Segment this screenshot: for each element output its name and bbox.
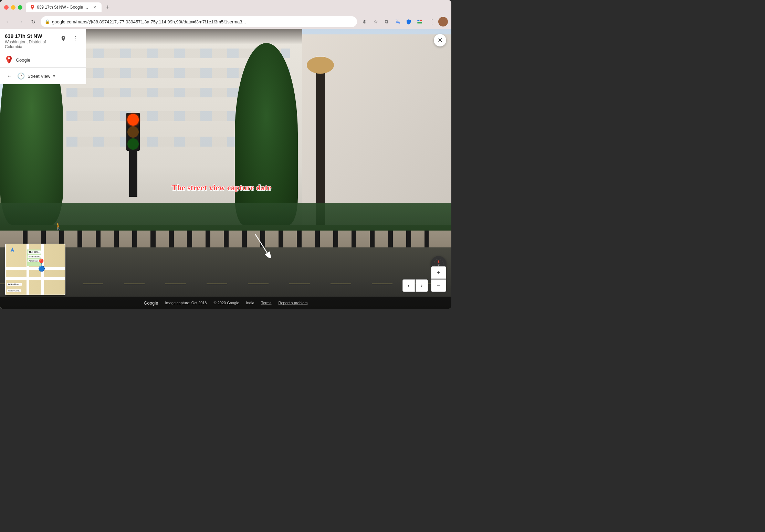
svg-rect-3 bbox=[417, 22, 422, 23]
add-to-reading-list-button[interactable]: ⊕ bbox=[360, 17, 369, 26]
forward-button[interactable]: → bbox=[16, 17, 25, 26]
bitwarden-icon bbox=[406, 19, 411, 24]
mini-map-compass-triangle bbox=[9, 247, 16, 254]
lock-icon: 🔒 bbox=[45, 19, 50, 24]
tab-title: 639 17th St NW - Google Maps bbox=[37, 5, 90, 10]
mini-map-person-icon: 🔵 bbox=[38, 265, 45, 272]
panel-google-row: Google bbox=[0, 52, 86, 68]
translate-button[interactable] bbox=[393, 17, 402, 26]
new-tab-button[interactable]: + bbox=[103, 2, 113, 12]
zoom-in-button[interactable]: + bbox=[431, 266, 446, 279]
prev-panorama-button[interactable]: ‹ bbox=[402, 279, 415, 292]
translate-icon bbox=[395, 19, 400, 24]
panel-more-button[interactable]: ⋮ bbox=[70, 33, 81, 44]
mini-map-footer-1: White Hous... bbox=[7, 283, 22, 286]
google-maps-svg-icon bbox=[5, 56, 13, 64]
bottom-info-bar: Google Image capture: Oct 2018 © 2020 Go… bbox=[0, 297, 451, 309]
mini-map-road-horizontal bbox=[6, 267, 65, 270]
right-building bbox=[280, 34, 451, 225]
tab-groups-button[interactable] bbox=[415, 17, 425, 26]
svg-marker-7 bbox=[10, 247, 14, 252]
mini-map-background: The Whi... Iconic hom... America's 📍 🔵 W… bbox=[6, 244, 65, 295]
navigation-arrows: ‹ › bbox=[402, 279, 428, 292]
mini-map-road-horizontal-2 bbox=[6, 277, 65, 280]
close-window-button[interactable] bbox=[4, 5, 9, 10]
tabs-bar: 639 17th St NW - Google Maps × + bbox=[26, 2, 113, 12]
panel-back-button[interactable]: ← bbox=[5, 71, 14, 81]
panel-pin-button[interactable] bbox=[58, 33, 69, 44]
minimize-window-button[interactable] bbox=[11, 5, 15, 10]
street-view-dropdown-icon[interactable]: ▾ bbox=[53, 74, 55, 78]
zoom-out-button[interactable]: − bbox=[431, 279, 446, 292]
street-view-container: 🚶 The street view capture date 639 17th bbox=[0, 29, 451, 309]
next-panorama-button[interactable]: › bbox=[416, 279, 428, 292]
tab-close-button[interactable]: × bbox=[92, 4, 97, 10]
browser-extensions: ⋮ bbox=[427, 17, 448, 26]
hedge-fence bbox=[0, 203, 451, 231]
menu-button[interactable]: ⋮ bbox=[427, 17, 437, 26]
terms-link[interactable]: Terms bbox=[261, 301, 272, 305]
mini-map-label-1: The Whi... bbox=[28, 251, 41, 254]
panel-action-icons: ⋮ bbox=[58, 33, 81, 44]
active-tab[interactable]: 639 17th St NW - Google Maps × bbox=[26, 2, 102, 12]
copy-url-button[interactable]: ⧉ bbox=[382, 17, 391, 26]
lamp-post-1 bbox=[316, 57, 325, 225]
extensions-button[interactable] bbox=[404, 17, 413, 26]
svg-point-0 bbox=[32, 6, 33, 7]
url-text: google.com/maps/@38.8974217,-77.0394571,… bbox=[52, 19, 353, 24]
country-info: India bbox=[246, 301, 254, 305]
copyright-info: © 2020 Google bbox=[214, 301, 239, 305]
bottom-google-label: Google bbox=[144, 300, 158, 306]
google-maps-icon bbox=[5, 56, 13, 64]
maximize-window-button[interactable] bbox=[18, 5, 22, 10]
window-controls bbox=[4, 5, 22, 10]
address-bar: ← → ↻ 🔒 google.com/maps/@38.8974217,-77.… bbox=[0, 14, 451, 29]
image-capture-info: Image capture: Oct 2018 bbox=[165, 301, 207, 305]
refresh-button[interactable]: ↻ bbox=[28, 17, 38, 26]
panel-header: 639 17th St NW Washington, District of C… bbox=[0, 29, 86, 52]
back-button[interactable]: ← bbox=[3, 17, 13, 26]
street-view-label: Street View bbox=[28, 74, 50, 79]
title-bar: 639 17th St NW - Google Maps × + bbox=[0, 0, 451, 14]
url-bar[interactable]: 🔒 google.com/maps/@38.8974217,-77.039457… bbox=[41, 16, 357, 27]
bookmark-button[interactable]: ☆ bbox=[371, 17, 380, 26]
profile-avatar[interactable] bbox=[438, 17, 448, 26]
svg-point-6 bbox=[8, 57, 10, 60]
zoom-controls: + − bbox=[431, 266, 446, 292]
close-street-view-button[interactable]: ✕ bbox=[434, 34, 446, 46]
url-actions: ⊕ ☆ ⧉ bbox=[360, 17, 425, 26]
mini-map-footer-2: Visitor Cent... bbox=[7, 289, 21, 292]
maps-favicon-icon bbox=[30, 5, 35, 10]
traffic-light-post bbox=[126, 113, 140, 197]
browser-window: 639 17th St NW - Google Maps × + ← → ↻ 🔒… bbox=[0, 0, 451, 309]
panel-header-row: 639 17th St NW Washington, District of C… bbox=[5, 33, 81, 49]
clock-icon: 🕐 bbox=[17, 72, 25, 80]
pedestrian: 🚶 bbox=[54, 222, 63, 231]
mini-map-label-2: Iconic hom... bbox=[28, 255, 42, 258]
tab-groups-icon bbox=[417, 19, 422, 24]
svg-rect-1 bbox=[417, 20, 419, 21]
left-info-panel: 639 17th St NW Washington, District of C… bbox=[0, 29, 86, 84]
report-problem-link[interactable]: Report a problem bbox=[278, 301, 307, 305]
center-tree bbox=[235, 43, 298, 225]
mini-map[interactable]: The Whi... Iconic hom... America's 📍 🔵 W… bbox=[5, 244, 65, 295]
panel-address: 639 17th St NW bbox=[5, 33, 58, 39]
pin-icon bbox=[60, 35, 66, 42]
panel-city: Washington, District of Columbia bbox=[5, 40, 58, 49]
google-label: Google bbox=[16, 57, 30, 63]
panel-streetview-row: ← 🕐 Street View ▾ bbox=[0, 68, 86, 84]
svg-rect-2 bbox=[420, 20, 422, 21]
